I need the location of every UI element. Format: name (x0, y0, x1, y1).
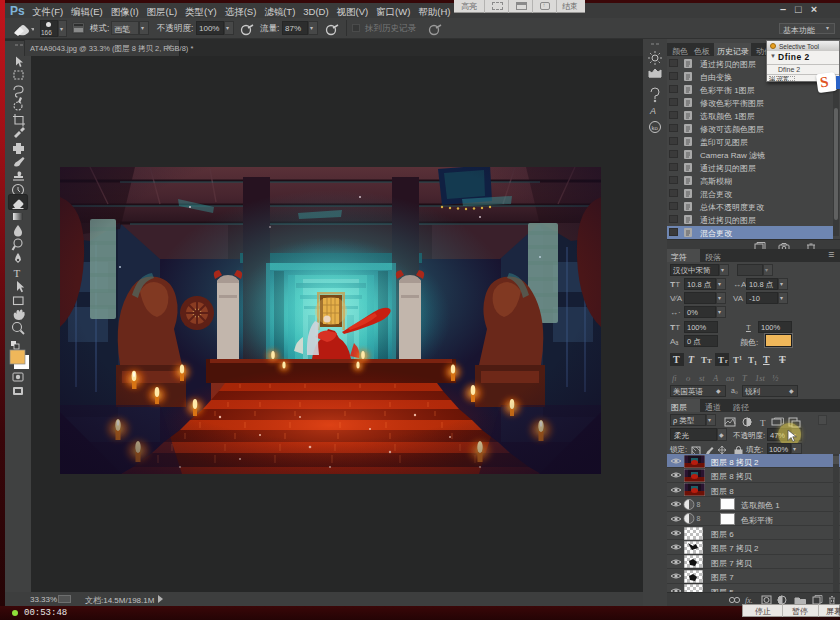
svg-text:T: T (742, 373, 748, 383)
svg-text:ko: ko (652, 125, 659, 131)
svg-text:1: 1 (754, 360, 757, 366)
svg-text:T: T (673, 354, 680, 365)
svg-text:aa: aa (726, 373, 735, 383)
svg-text:8: 8 (697, 515, 701, 522)
svg-text:T: T (688, 354, 695, 365)
svg-text:T: T (718, 355, 724, 365)
svg-text:T: T (779, 354, 786, 365)
svg-text:r: r (725, 358, 728, 364)
svg-text:T: T (707, 357, 712, 365)
svg-text:st: st (699, 373, 705, 383)
svg-text:8: 8 (697, 501, 701, 508)
svg-text:A: A (649, 106, 656, 116)
svg-text:fi: fi (672, 373, 677, 383)
svg-text:½: ½ (772, 373, 779, 383)
svg-text:1st: 1st (755, 373, 766, 383)
svg-text:T: T (763, 354, 770, 365)
svg-text:1: 1 (739, 355, 742, 361)
svg-text:T: T (760, 418, 766, 428)
svg-text:T: T (14, 267, 21, 279)
svg-text:A: A (712, 373, 719, 383)
svg-text:o: o (686, 373, 690, 383)
